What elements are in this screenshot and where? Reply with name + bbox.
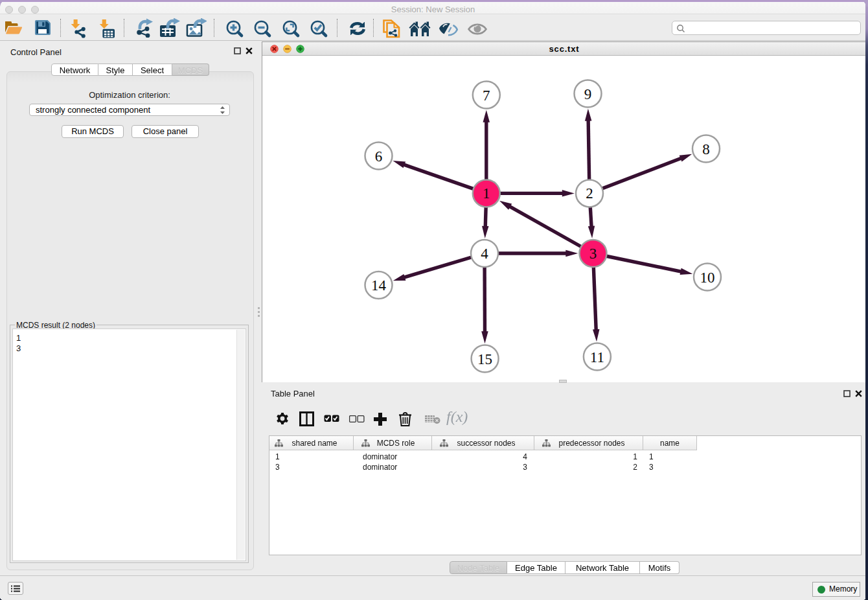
svg-text:2: 2: [586, 185, 593, 202]
svg-text:11: 11: [590, 349, 604, 365]
svg-text:6: 6: [375, 148, 383, 165]
svg-text:9: 9: [584, 86, 592, 102]
svg-text:10: 10: [700, 270, 715, 286]
svg-text:3: 3: [589, 246, 597, 262]
svg-text:1: 1: [483, 185, 490, 202]
svg-text:8: 8: [702, 141, 710, 157]
svg-text:7: 7: [483, 87, 490, 104]
svg-text:4: 4: [481, 246, 488, 262]
svg-text:15: 15: [477, 351, 492, 367]
svg-text:14: 14: [371, 277, 387, 294]
